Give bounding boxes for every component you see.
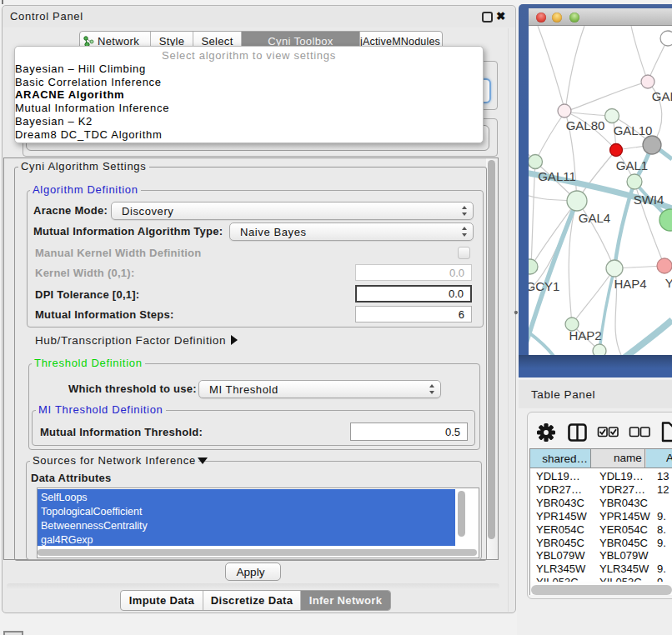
svg-text:GAL2: GAL2 xyxy=(652,89,672,103)
svg-text:GCY1: GCY1 xyxy=(529,279,559,293)
svg-text:GAL1: GAL1 xyxy=(616,158,648,172)
svg-text:SWI4: SWI4 xyxy=(634,192,664,207)
svg-text:YEL: YEL xyxy=(665,276,672,290)
svg-text:GAL11: GAL11 xyxy=(538,169,576,183)
svg-text:HAP2: HAP2 xyxy=(569,328,601,342)
svg-text:GAL80: GAL80 xyxy=(566,118,605,132)
svg-text:GAL10: GAL10 xyxy=(614,123,653,138)
svg-text:GAL4: GAL4 xyxy=(579,211,610,225)
svg-text:HAP4: HAP4 xyxy=(614,277,646,291)
